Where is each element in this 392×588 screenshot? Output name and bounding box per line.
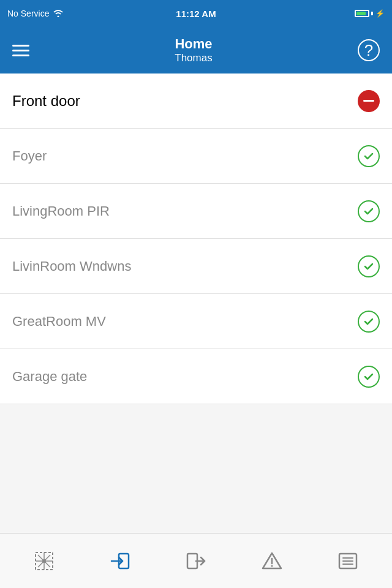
tab-item-login[interactable] xyxy=(82,533,158,588)
list-item[interactable]: GreatRoom MV xyxy=(0,294,392,349)
tab-item-logout[interactable] xyxy=(158,533,234,588)
logout-icon xyxy=(185,550,207,572)
list-item[interactable]: Front door xyxy=(0,74,392,129)
status-icon-green xyxy=(358,200,380,222)
nav-title-main: Home xyxy=(175,36,212,52)
menu-button[interactable] xyxy=(12,45,29,56)
svg-point-12 xyxy=(271,565,273,567)
nav-title-sub: Thomas xyxy=(175,52,212,64)
tab-item-alert[interactable] xyxy=(234,533,310,588)
empty-space xyxy=(0,404,392,533)
list-icon xyxy=(337,550,359,572)
help-button[interactable]: ? xyxy=(358,39,380,61)
status-left: No Service xyxy=(7,9,64,19)
nav-bar: Home Thomas ? xyxy=(0,27,392,74)
tab-item-home[interactable] xyxy=(6,533,82,588)
carrier-text: No Service xyxy=(7,9,49,18)
alert-icon xyxy=(261,550,283,572)
status-icon-green xyxy=(358,145,380,167)
content-area: Front door Foyer LivingRoom PIR LivinRoo… xyxy=(0,74,392,588)
svg-point-5 xyxy=(42,559,46,563)
tab-item-list[interactable] xyxy=(310,533,386,588)
item-label-livingroom-pir: LivingRoom PIR xyxy=(12,203,110,219)
status-icon-green xyxy=(358,311,380,333)
tab-bar xyxy=(0,533,392,588)
charging-icon: ⚡ xyxy=(375,9,385,18)
list-item[interactable]: Garage gate xyxy=(0,349,392,404)
status-time: 11:12 AM xyxy=(176,9,216,19)
list-item[interactable]: LivinRoom Wndwns xyxy=(0,239,392,294)
item-label-foyer: Foyer xyxy=(12,148,47,164)
item-label-livingroom-windows: LivinRoom Wndwns xyxy=(12,258,131,274)
wifi-icon xyxy=(53,9,64,19)
status-icon-red xyxy=(358,90,380,112)
status-right: ⚡ xyxy=(355,9,385,18)
item-label-frontdoor: Front door xyxy=(12,92,80,110)
battery-icon xyxy=(355,10,373,17)
status-icon-green xyxy=(358,366,380,388)
list-item[interactable]: LivingRoom PIR xyxy=(0,184,392,239)
home-icon xyxy=(33,550,55,572)
status-bar: No Service 11:12 AM ⚡ xyxy=(0,0,392,27)
item-label-greatroom-mv: GreatRoom MV xyxy=(12,314,106,330)
status-icon-green xyxy=(358,255,380,277)
nav-title: Home Thomas xyxy=(175,36,212,65)
item-label-garage-gate: Garage gate xyxy=(12,369,87,385)
sensor-list: Front door Foyer LivingRoom PIR LivinRoo… xyxy=(0,74,392,404)
login-icon xyxy=(109,550,131,572)
list-item[interactable]: Foyer xyxy=(0,129,392,184)
